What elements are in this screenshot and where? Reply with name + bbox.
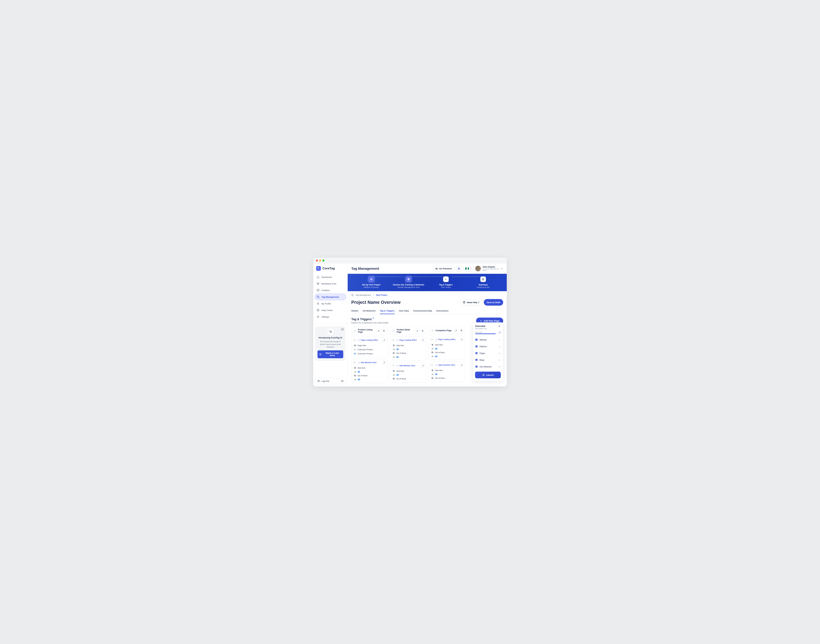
event-item[interactable]: View Item — [430, 343, 464, 347]
tab-transactional-data[interactable]: Transactional Data — [413, 308, 432, 314]
card-title: Page Loading (URL) — [435, 338, 458, 340]
nav-tag-management[interactable]: Tag Management — [315, 294, 346, 300]
collapse-button[interactable] — [353, 361, 356, 364]
tab-instructions[interactable]: Instructions — [436, 308, 448, 314]
edit-card-button[interactable] — [421, 338, 425, 342]
event-item[interactable]: Out of Stock — [353, 374, 386, 377]
edit-column-button[interactable] — [454, 328, 458, 333]
target-icon — [406, 276, 411, 282]
user-name: John Onyena — [482, 266, 499, 268]
event-item[interactable]: Page View — [353, 343, 386, 347]
step-subtitle: Fine Tuning — [441, 286, 450, 288]
nav-label: Help Center — [321, 309, 333, 311]
collapse-button[interactable] — [392, 329, 395, 333]
nav-marketing-tools[interactable]: Marketing Tools — [315, 281, 346, 287]
overview-item[interactable]: Platform — [475, 343, 501, 350]
tab-ad-networks[interactable]: Ad Networks — [362, 308, 376, 314]
exit-button[interactable] — [339, 378, 346, 384]
step-subtitle: Specific Management Tools — [398, 286, 419, 288]
chevron-icon — [353, 362, 356, 363]
overview-item[interactable]: Pages — [475, 350, 501, 357]
step-summary[interactable]: Summary Verifying all Info — [465, 276, 502, 288]
brand-icons — [392, 373, 425, 377]
event-item[interactable]: Customize Product — [353, 351, 386, 356]
collapse-button[interactable] — [353, 338, 356, 342]
edit-card-button[interactable] — [382, 338, 386, 342]
edit-icon — [378, 330, 380, 332]
need-help-button[interactable]: Need Help ? — [460, 299, 482, 306]
collapse-button[interactable] — [353, 329, 357, 333]
event-item[interactable]: Out of Stock — [392, 351, 425, 355]
overview-item[interactable]: Blogs — [475, 357, 501, 363]
collapse-button[interactable] — [430, 363, 434, 367]
overview-item[interactable]: Ads Networks — [475, 363, 501, 370]
bell-icon — [458, 267, 460, 270]
delete-column-button[interactable] — [382, 329, 386, 333]
nav-my-profile[interactable]: My Profile — [315, 301, 346, 307]
progress-label-row: Placeholder 4/5 — [475, 331, 501, 333]
brand-icons — [392, 355, 425, 359]
card-header: Add Checklist Click — [430, 363, 464, 367]
breadcrumb-current[interactable]: New Project — [376, 294, 387, 296]
collapse-button[interactable] — [392, 364, 395, 367]
close-icon[interactable] — [498, 325, 501, 327]
tag-icon — [317, 296, 319, 298]
notifications-button[interactable] — [456, 266, 462, 271]
delete-column-button[interactable] — [459, 328, 463, 333]
collapse-button[interactable] — [430, 337, 434, 341]
event-item[interactable]: View Item — [353, 366, 386, 370]
breadcrumb-root[interactable]: Tag Management — [356, 294, 371, 296]
event-item[interactable]: View Item — [430, 368, 464, 372]
nav-dashboard[interactable]: Dashboard — [315, 274, 346, 280]
watch-demo-button[interactable]: Watch a 1-min demo — [318, 350, 343, 358]
tab-tag-triggers[interactable]: Tag & Triggers — [380, 308, 395, 314]
logout-button[interactable]: Log Out — [315, 378, 338, 384]
step-title: Choose Ads Tracking & Networks — [393, 284, 424, 286]
event-label: Out of Stock — [358, 375, 367, 377]
save-draft-button[interactable]: Save as Draft — [484, 299, 503, 306]
overview-item[interactable]: Website — [475, 336, 501, 343]
chevron-right-icon — [372, 294, 375, 296]
event-item[interactable]: Out of Stock — [430, 376, 464, 380]
tab-user-data[interactable]: User Data — [399, 308, 409, 314]
window-titlebar — [313, 258, 507, 264]
traffic-light-minimize[interactable] — [319, 259, 321, 262]
nav-help-center[interactable]: Help Center — [315, 307, 346, 313]
edit-column-button[interactable] — [377, 329, 381, 333]
nav-label: Dashboard — [321, 276, 332, 278]
event-item[interactable]: Customize Product — [353, 347, 386, 351]
chevron-right-icon — [498, 339, 501, 341]
ban-icon — [392, 377, 395, 380]
event-item[interactable]: View Item — [392, 343, 425, 347]
traffic-light-zoom[interactable] — [322, 259, 324, 262]
launch-button[interactable]: Launch — [475, 372, 501, 378]
nav-settings[interactable]: Settings — [315, 314, 346, 320]
edit-card-button[interactable] — [382, 360, 386, 365]
collapse-button[interactable] — [392, 338, 395, 342]
event-item[interactable]: Out of Stock — [392, 377, 425, 381]
edit-icon — [383, 362, 385, 363]
ai-card-close-button[interactable]: ✕ — [341, 328, 344, 331]
event-item[interactable]: Out of Stock — [430, 350, 464, 354]
locale-selector[interactable] — [464, 266, 474, 271]
delete-column-button[interactable] — [421, 329, 425, 333]
edit-column-button[interactable] — [415, 329, 419, 333]
edit-card-button[interactable] — [421, 363, 425, 368]
meta-icon — [396, 348, 399, 351]
tab-details[interactable]: Details — [351, 308, 358, 314]
event-item[interactable]: View Item — [392, 369, 425, 373]
step-tag-triggers[interactable]: Tag & Triggers Fine Tuning — [427, 276, 465, 288]
edit-card-button[interactable] — [460, 337, 464, 341]
nav-analytics[interactable]: Analytics — [315, 287, 346, 293]
step-choose-ads[interactable]: Choose Ads Tracking & Networks Specific … — [390, 276, 427, 288]
google-ads-icon — [354, 370, 357, 373]
collapse-button[interactable] — [430, 329, 434, 332]
step-setup-project[interactable]: Set Up Your Project Platform & Domain — [353, 276, 390, 288]
traffic-light-close[interactable] — [316, 259, 318, 262]
user-menu[interactable]: John Onyena johnonyena0@gmail.com Admin — [475, 266, 503, 271]
section-subtitle: Explore the complexities and subtle deta… — [351, 322, 389, 324]
edit-card-button[interactable] — [460, 363, 464, 367]
spinner-icon — [358, 362, 360, 363]
go-premium-button[interactable]: Go Premium — [433, 266, 454, 271]
body-scroll[interactable]: Tag Management New Project Project Name … — [348, 291, 507, 385]
